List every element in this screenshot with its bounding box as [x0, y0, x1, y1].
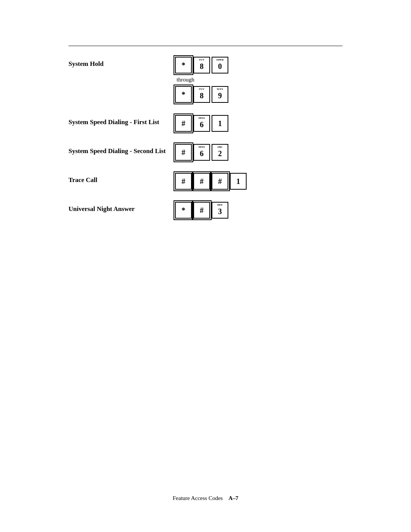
key-main-char: # — [182, 149, 185, 156]
feature-row-system-hold: System Hold*TUV8OPER0through*TUV8WXY9 — [68, 57, 342, 103]
keys-area-speed-dial-second: #MNO6ABC2 — [175, 144, 228, 161]
key-top-label: MNO — [194, 146, 209, 149]
key-sequence-0: #MNO61 — [175, 115, 228, 132]
feature-label-system-hold: System Hold — [68, 57, 175, 68]
key-main-char: 1 — [236, 177, 240, 185]
footer-area: Feature Access Codes A–7 — [0, 495, 411, 502]
feature-row-speed-dial-first: System Speed Dialing - First List#MNO61 — [68, 115, 342, 132]
key-main-char: 9 — [218, 92, 222, 99]
key-single-border: 1 — [212, 115, 228, 132]
feature-row-speed-dial-second: System Speed Dialing - Second List#MNO6A… — [68, 144, 342, 161]
key-main-char: * — [182, 61, 185, 69]
key-main-char: 6 — [200, 150, 204, 157]
key-single-border: TUV8 — [193, 57, 210, 73]
key-top-label: TUV — [194, 88, 209, 91]
feature-label-trace-call: Trace Call — [68, 173, 175, 184]
key-single-border: TUV8 — [193, 86, 210, 103]
key-main-char: # — [182, 177, 185, 185]
key-double-border: # — [175, 115, 192, 132]
key-single-border: 1 — [230, 173, 247, 190]
key-top-label: ABC — [212, 146, 228, 149]
keys-area-system-hold: *TUV8OPER0through*TUV8WXY9 — [175, 57, 228, 103]
key-top-label: WXY — [212, 88, 228, 91]
key-single-border: ABC2 — [212, 144, 228, 161]
key-main-char: * — [182, 91, 185, 98]
key-double-border: # — [175, 144, 192, 161]
key-main-char: 1 — [218, 120, 222, 127]
key-main-char: # — [218, 177, 222, 185]
footer-suffix: A–7 — [228, 495, 238, 501]
key-single-border: MNO6 — [193, 144, 210, 161]
feature-label-speed-dial-second: System Speed Dialing - Second List — [68, 144, 175, 155]
key-double-border: * — [175, 57, 192, 73]
key-main-char: # — [200, 206, 204, 214]
key-top-label: TUV — [194, 59, 209, 61]
key-double-border: # — [212, 173, 228, 190]
key-single-border: MNO6 — [193, 115, 210, 132]
key-single-border: DEF3 — [212, 202, 228, 219]
key-main-char: 3 — [218, 208, 222, 215]
key-double-border: # — [193, 173, 210, 190]
keys-area-speed-dial-first: #MNO61 — [175, 115, 228, 132]
key-main-char: # — [182, 120, 185, 127]
feature-row-trace-call: Trace Call###1 — [68, 173, 342, 190]
key-single-border: WXY9 — [212, 86, 228, 103]
key-top-label: DEF — [212, 204, 228, 206]
keys-area-trace-call: ###1 — [175, 173, 247, 190]
key-double-border: # — [175, 173, 192, 190]
key-main-char: 2 — [218, 150, 222, 157]
key-sequence-0: #MNO6ABC2 — [175, 144, 228, 161]
through-block: *TUV8OPER0through*TUV8WXY9 — [175, 57, 228, 103]
key-main-char: 6 — [200, 121, 204, 128]
key-top-label: OPER — [212, 59, 228, 61]
key-main-char: 8 — [200, 62, 204, 70]
feature-label-universal-night-answer: Universal Night Answer — [68, 202, 175, 213]
footer-prefix: Feature Access Codes — [173, 495, 223, 501]
key-double-border: * — [175, 202, 192, 219]
key-main-char: # — [200, 177, 204, 185]
key-main-char: 0 — [218, 62, 222, 70]
key-single-border: OPER0 — [212, 57, 228, 73]
key-main-char: 8 — [200, 92, 204, 99]
key-sequence-1: *TUV8OPER0 — [175, 57, 228, 73]
features-container: System Hold*TUV8OPER0through*TUV8WXY9Sys… — [68, 57, 342, 219]
through-label: through — [177, 77, 228, 83]
key-sequence-2: *TUV8WXY9 — [175, 86, 228, 103]
keys-area-universal-night-answer: *#DEF3 — [175, 202, 228, 219]
feature-label-speed-dial-first: System Speed Dialing - First List — [68, 115, 175, 126]
feature-row-universal-night-answer: Universal Night Answer*#DEF3 — [68, 202, 342, 219]
key-double-border: * — [175, 86, 192, 103]
top-rule — [68, 46, 342, 46]
key-sequence-0: *#DEF3 — [175, 202, 228, 219]
key-double-border: # — [193, 202, 210, 219]
page-container: System Hold*TUV8OPER0through*TUV8WXY9Sys… — [0, 0, 411, 261]
key-main-char: * — [182, 206, 185, 214]
key-top-label: MNO — [194, 117, 209, 120]
key-sequence-0: ###1 — [175, 173, 247, 190]
